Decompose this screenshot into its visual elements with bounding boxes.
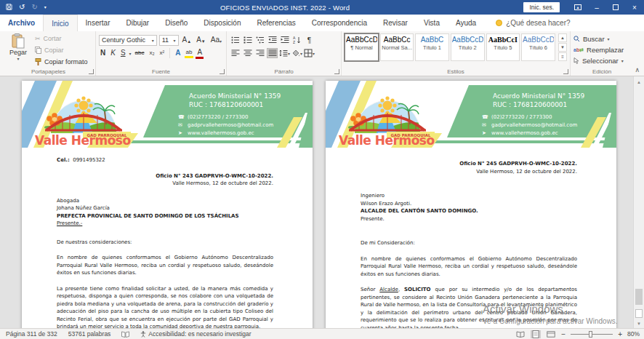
grow-font-button[interactable]: A▲ <box>181 36 193 44</box>
numbering-button[interactable] <box>242 35 253 45</box>
tab-correspondencia[interactable]: Correspondencia <box>304 15 375 31</box>
titlebar-controls: Inic. ses. ▴ – × <box>523 0 644 15</box>
paste-icon <box>12 33 25 49</box>
strikethrough-button[interactable]: abc <box>134 49 146 57</box>
group-label-font: Fuente <box>96 68 226 75</box>
tab-referencias[interactable]: Referencias <box>249 15 303 31</box>
ribbon-display-options-icon[interactable]: ▴ <box>568 0 587 15</box>
line-spacing-button[interactable]: ▾ <box>279 48 290 58</box>
word-count[interactable]: 53761 palabras <box>68 330 111 338</box>
tell-me-label: ¿Qué desea hacer? <box>506 19 570 27</box>
tell-me-search[interactable]: ¿Qué desea hacer? <box>496 15 570 31</box>
italic-button[interactable]: K <box>109 49 117 57</box>
restore-button[interactable] <box>606 0 625 15</box>
styles-dialog-launcher-icon[interactable] <box>563 69 568 74</box>
tab-revisar[interactable]: Revisar <box>375 15 416 31</box>
underline-caret-icon[interactable]: ▾ <box>129 51 132 56</box>
print-layout-icon[interactable] <box>531 330 541 338</box>
close-button[interactable]: × <box>625 0 644 15</box>
style-titulo-2[interactable]: AaBbCcD Título 2 <box>451 33 485 61</box>
zoom-in-icon[interactable]: + <box>618 330 622 338</box>
save-icon[interactable] <box>6 4 12 12</box>
align-right-button[interactable] <box>254 48 265 58</box>
zoom-slider-thumb[interactable] <box>589 331 592 338</box>
shrink-font-button[interactable]: A▼ <box>195 36 207 44</box>
tab-disposicion[interactable]: Disposición <box>196 15 249 31</box>
accessibility-icon <box>140 331 146 338</box>
styles-scroll-down-icon[interactable]: ▼ <box>558 43 567 52</box>
tab-inicio[interactable]: Inicio <box>43 15 77 31</box>
style-sin-espaciado[interactable]: AaBbCc Normal Sa... <box>380 33 414 61</box>
align-left-button[interactable] <box>230 48 241 58</box>
page-indicator[interactable]: Página 311 de 332 <box>6 330 57 338</box>
tab-insertar[interactable]: Insertar <box>78 15 118 31</box>
vertical-scrollbar[interactable]: ▲ ▼ <box>633 76 644 328</box>
undo-icon[interactable]: ↺ <box>19 4 25 11</box>
group-editing: Buscar▾ ab⇄ Reemplazar Seleccionar▾ Edic… <box>571 31 633 76</box>
bold-button[interactable]: N <box>99 49 107 57</box>
style-titulo-1[interactable]: AaBbC Título 1 <box>415 33 448 61</box>
decrease-indent-button[interactable] <box>267 35 278 45</box>
highlight-color-button[interactable]: ab <box>185 49 194 58</box>
group-font: Century Gothic▾ 11▾ A▲ A▼ Aa▾ N K S ▾ ab… <box>96 31 227 76</box>
text-effects-button[interactable]: A <box>174 49 182 57</box>
minimize-button[interactable]: – <box>587 0 606 15</box>
superscript-button[interactable]: x² <box>158 49 166 57</box>
change-case-button[interactable]: Aa▾ <box>209 36 223 44</box>
find-button[interactable]: Buscar▾ <box>573 33 630 44</box>
statusbar: Página 311 de 332 53761 palabras Accesib… <box>0 328 644 339</box>
font-color-button[interactable]: A <box>196 48 204 59</box>
select-button[interactable]: Seleccionar▾ <box>573 55 630 66</box>
scroll-up-icon[interactable]: ▲ <box>635 77 643 87</box>
cut-button[interactable]: ✂ Cortar <box>33 33 89 44</box>
style-normal[interactable]: AaBbCcD ¶ Normal <box>345 33 379 61</box>
tab-ayuda[interactable]: Ayuda <box>448 15 484 31</box>
align-center-button[interactable] <box>242 48 253 58</box>
format-painter-button[interactable]: Copiar formato <box>33 57 89 67</box>
multilevel-list-button[interactable] <box>254 35 265 45</box>
redo-icon[interactable]: ↻ <box>31 4 37 11</box>
shading-button[interactable]: ▾ <box>291 48 302 58</box>
proofing-icon[interactable] <box>121 331 129 338</box>
style-titulo-5[interactable]: AaBbCcI Título 5 <box>486 33 520 61</box>
show-marks-button[interactable]: ¶ <box>304 35 315 45</box>
borders-button[interactable]: ▾ <box>304 48 315 58</box>
paragraph-dialog-launcher-icon[interactable] <box>334 69 339 74</box>
increase-indent-button[interactable] <box>279 35 290 45</box>
scroll-down-icon[interactable]: ▼ <box>635 319 643 328</box>
copy-button[interactable]: Copiar <box>33 45 89 55</box>
font-name-combo[interactable]: Century Gothic▾ <box>99 35 157 46</box>
scrollbar-thumb[interactable] <box>635 289 643 305</box>
zoom-slider[interactable] <box>571 330 613 338</box>
justify-button[interactable] <box>267 48 278 58</box>
paragraph: La presente tiene como finalidad solicit… <box>57 285 273 329</box>
styles-more-icon[interactable]: ≡ <box>558 52 567 61</box>
sign-in-button[interactable]: Inic. ses. <box>523 2 560 12</box>
zoom-out-icon[interactable]: − <box>561 330 565 338</box>
font-dialog-launcher-icon[interactable] <box>220 69 225 74</box>
font-size-combo[interactable]: 11▾ <box>159 35 179 46</box>
collapse-ribbon-icon[interactable]: ∧ <box>635 66 640 73</box>
tab-archivo[interactable]: Archivo <box>0 15 43 31</box>
document-page-1[interactable]: Cel.: 0991495322 Oficio N° 243 GADPRVH-O… <box>22 81 313 328</box>
zoom-level[interactable]: 80% <box>627 330 640 338</box>
clipboard-dialog-launcher-icon[interactable] <box>89 69 94 74</box>
read-mode-icon[interactable] <box>515 330 526 338</box>
tab-diseno[interactable]: Diseño <box>157 15 196 31</box>
tab-dibujar[interactable]: Dibujar <box>118 15 158 31</box>
sort-button[interactable]: AZ <box>291 35 302 45</box>
document-page-2[interactable]: Oficio N° 245 GADPRVH-O-WMC-10-2022. Val… <box>326 81 616 328</box>
styles-scroll-up-icon[interactable]: ▲ <box>558 33 567 42</box>
bullets-button[interactable] <box>230 35 241 45</box>
browse-object-button[interactable] <box>635 309 643 318</box>
style-titulo-6[interactable]: AaBbCcDc Título 6 <box>521 33 555 61</box>
paste-label: Pegar <box>9 49 27 56</box>
paste-button[interactable]: Pegar ▾ <box>4 33 32 67</box>
subscript-button[interactable]: x₂ <box>148 49 156 57</box>
paragraph: Señor Alcalde, SOLICITO que por su inter… <box>361 286 577 328</box>
replace-button[interactable]: ab⇄ Reemplazar <box>573 44 630 55</box>
web-layout-icon[interactable] <box>546 330 556 338</box>
underline-button[interactable]: S <box>119 49 127 57</box>
tab-vista[interactable]: Vista <box>416 15 448 31</box>
accessibility-status[interactable]: Accesibilidad: es necesario investigar <box>140 330 251 338</box>
